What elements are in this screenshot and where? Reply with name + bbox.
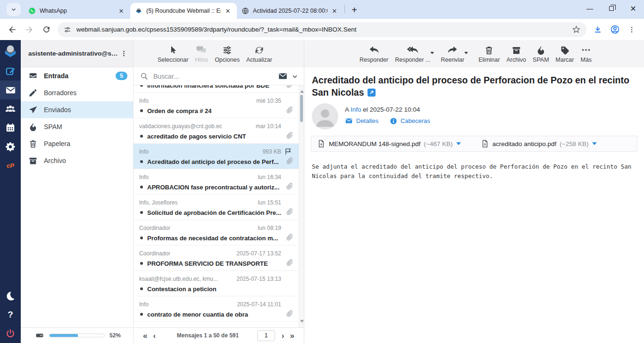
url-input[interactable]: [76, 26, 572, 33]
search-options-chevron-icon[interactable]: [292, 73, 298, 80]
message-row[interactable]: validaciones.guayas@cnt.gob.ecmar 10:14a…: [134, 118, 304, 144]
dropdown-caret-icon[interactable]: [430, 52, 434, 56]
mark-button[interactable]: Marcar: [552, 44, 577, 63]
scroll-up-icon[interactable]: [300, 88, 304, 93]
page-number-input[interactable]: [257, 330, 275, 341]
message-row[interactable]: Infomié 10:35Orden de compra # 24: [134, 93, 304, 118]
open-in-new-window-icon[interactable]: [368, 89, 376, 97]
back-button[interactable]: [4, 21, 21, 38]
message-row[interactable]: Coordinadorlun 08:19Proformas de necesid…: [134, 220, 304, 245]
message-row[interactable]: Infolun 16:34APROBACION fase precontract…: [134, 169, 304, 195]
more-button[interactable]: Más: [577, 44, 595, 63]
flag-icon[interactable]: [284, 147, 292, 155]
message-row[interactable]: Info993 KBAcreditado del anticipo del pr…: [134, 144, 304, 169]
refresh-button[interactable]: Actualizar: [243, 44, 276, 63]
scroll-down-icon[interactable]: [300, 320, 304, 325]
ellipsis-icon: [581, 45, 591, 55]
folder-spam[interactable]: SPAM: [21, 118, 133, 135]
tab-close-icon[interactable]: ✕: [330, 7, 339, 15]
options-button[interactable]: Opciones: [211, 44, 243, 63]
close-button[interactable]: ✕: [622, 0, 644, 17]
site-settings-icon[interactable]: [63, 25, 72, 34]
restore-button[interactable]: [601, 0, 622, 17]
new-tab-button[interactable]: +: [348, 3, 361, 16]
browser-menu-button[interactable]: [623, 21, 640, 38]
dropdown-caret-icon[interactable]: [464, 52, 468, 56]
message-row[interactable]: Información financiera solicitada por BD…: [134, 85, 304, 93]
message-row[interactable]: Maria del Rocio Santos Si...2025-07-11 1…: [134, 322, 304, 327]
attachment-item[interactable]: acreditado anticipo.pdf (~258 KB): [481, 139, 597, 148]
unread-dot-icon: [140, 186, 143, 188]
folder-panel: asistente-administrativo@sa... Entrada 5…: [21, 40, 134, 343]
message-row[interactable]: ksaait@fcjse.utb.edu.ec, kmu...2025-07-1…: [134, 271, 304, 296]
tab-actividad[interactable]: Actividad 2025-07-22 08:00:00 ✕: [237, 3, 343, 19]
message-body: Se adjunta el acreditado del anticipo de…: [304, 152, 644, 191]
first-page-button[interactable]: «: [140, 332, 150, 340]
headers-link[interactable]: Cabeceras: [401, 117, 430, 124]
forward-button[interactable]: Reenviar: [437, 44, 468, 63]
archive-button[interactable]: Archivo: [503, 44, 529, 63]
message-subject: Contestacion a peticion: [147, 286, 285, 293]
details-link[interactable]: Detalles: [356, 117, 378, 124]
search-input[interactable]: [153, 73, 278, 80]
message-row[interactable]: Coordinador2025-07-17 13:52PROFORMA SERV…: [134, 245, 304, 271]
message-subject: Información financiera solicitada por BD…: [147, 85, 285, 89]
message-row[interactable]: Info, Josefloreslun 15:51Solicitud de ap…: [134, 195, 304, 220]
forward-button[interactable]: [21, 21, 38, 38]
tab-roundcube[interactable]: (5) Roundcube Webmail :: Envia ✕: [130, 3, 237, 19]
folder-enviados[interactable]: Enviados: [21, 101, 133, 118]
prev-page-button[interactable]: ‹: [150, 332, 159, 340]
bookmark-star-icon[interactable]: [572, 25, 581, 34]
attachment-size: (~467 KB): [424, 140, 452, 147]
attachment-menu-caret-icon[interactable]: [592, 142, 597, 147]
reply-all-button[interactable]: Responder ...: [392, 44, 434, 63]
downloads-button[interactable]: [589, 21, 606, 38]
attachment-icon: [286, 106, 293, 114]
recipient-link[interactable]: Info: [351, 106, 361, 113]
attachment-item[interactable]: MEMORANDUM 148-signed.pdf (~467 KB): [317, 139, 461, 148]
tab-whatsapp[interactable]: WhatsApp ✕: [24, 3, 130, 19]
rail-contacts-button[interactable]: [0, 99, 21, 118]
rail-help-button[interactable]: ?: [0, 305, 21, 324]
unread-dot-icon: [140, 160, 143, 163]
roundcube-logo[interactable]: [3, 44, 17, 58]
rail-logout-button[interactable]: [0, 324, 21, 343]
rail-calendar-button[interactable]: [0, 118, 21, 137]
attachment-icon: [286, 310, 293, 317]
attachment-name: MEMORANDUM 148-signed.pdf: [329, 140, 420, 147]
list-scrollbar[interactable]: [299, 85, 304, 327]
search-scope-mail-icon[interactable]: [278, 71, 288, 81]
account-header[interactable]: asistente-administrativo@sa...: [21, 40, 133, 67]
tab-close-icon[interactable]: ✕: [117, 7, 125, 15]
select-button[interactable]: Seleccionar: [154, 44, 192, 63]
profile-button[interactable]: [606, 21, 623, 38]
spam-button[interactable]: SPAM: [529, 44, 552, 63]
roundcube-logo-icon: [3, 44, 17, 58]
scrollbar-thumb[interactable]: [300, 95, 303, 122]
folder-entrada[interactable]: Entrada 5: [21, 67, 133, 84]
reply-button[interactable]: Responder: [356, 44, 392, 63]
folder-papelera[interactable]: Papelera: [21, 135, 133, 152]
minimize-button[interactable]: —: [579, 0, 601, 17]
next-page-button[interactable]: ›: [279, 332, 287, 340]
unread-dot-icon: [140, 135, 143, 138]
delete-button[interactable]: Eliminar: [475, 44, 503, 63]
folder-borradores[interactable]: Borradores: [21, 84, 133, 101]
tab-search-button[interactable]: [7, 3, 21, 16]
tab-close-icon[interactable]: ✕: [224, 7, 232, 15]
rail-mail-button[interactable]: [0, 81, 21, 99]
rail-compose-button[interactable]: [0, 62, 21, 81]
folder-label: SPAM: [44, 123, 62, 131]
url-bar[interactable]: [58, 22, 586, 37]
attachment-menu-caret-icon[interactable]: [456, 142, 461, 147]
folder-archivo[interactable]: Archivo: [21, 152, 133, 169]
rail-settings-button[interactable]: [0, 137, 21, 156]
threads-button[interactable]: Hilos: [192, 44, 211, 63]
roundcube-icon: [135, 7, 142, 15]
account-menu-button[interactable]: [118, 50, 129, 57]
rail-darkmode-button[interactable]: [0, 286, 21, 305]
reload-button[interactable]: [38, 21, 55, 38]
rail-cpanel-button[interactable]: cP: [0, 156, 21, 175]
message-row[interactable]: Info2025-07-14 11:01contrato de menor cu…: [134, 296, 304, 322]
last-page-button[interactable]: »: [287, 332, 297, 340]
